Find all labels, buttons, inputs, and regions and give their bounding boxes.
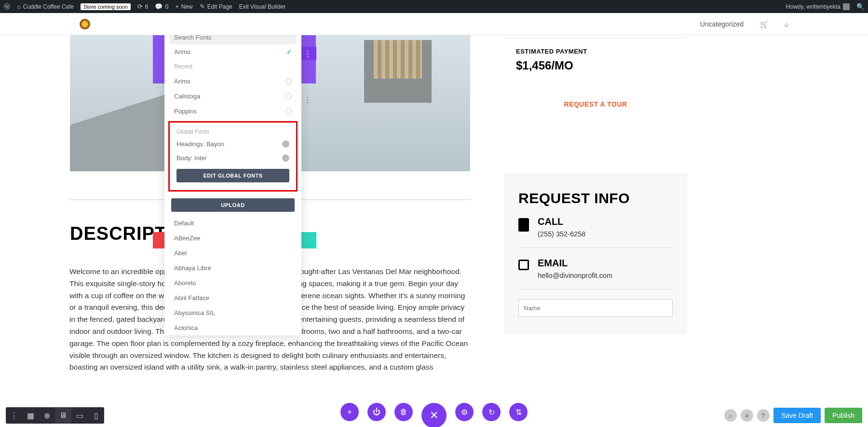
site-logo[interactable]	[80, 19, 90, 29]
mobile-view-button[interactable]: ▯	[88, 407, 104, 424]
font-item[interactable]: Abhaya Libre	[164, 261, 301, 275]
font-name: Calistoga	[174, 93, 200, 100]
font-item[interactable]: Abril Fatface	[164, 290, 301, 305]
site-name-link[interactable]: ⌂Cuddle Coffee Cafe	[17, 3, 74, 10]
call-value: (255) 352-6258	[538, 230, 585, 238]
font-name: ABeeZee	[174, 234, 200, 242]
font-item-selected[interactable]: Arimo ✓	[164, 44, 301, 59]
font-item[interactable]: Aboreto	[164, 275, 301, 290]
clock-icon	[285, 108, 292, 114]
new-link[interactable]: +New	[175, 3, 193, 10]
delete-button[interactable]: 🗑	[394, 403, 413, 421]
exit-vb-label: Exit Visual Builder	[239, 3, 286, 10]
updates-link[interactable]: ⟳6	[137, 3, 149, 10]
font-item[interactable]: Abyssinica SIL	[164, 305, 301, 320]
layers-button[interactable]: ≡	[741, 409, 753, 422]
request-info-box: REQUEST INFO CALL (255) 352-6258 EMAIL h…	[504, 173, 687, 334]
history-button[interactable]: ↻	[482, 403, 501, 421]
wireframe-view-button[interactable]: ▦	[22, 407, 39, 424]
clock-icon	[285, 78, 292, 84]
power-button[interactable]: ⏻	[367, 403, 386, 421]
globe-icon	[282, 140, 289, 148]
font-item-global-headings[interactable]: Headings: Bayon	[170, 137, 296, 151]
font-item[interactable]: Default	[164, 216, 301, 231]
plus-icon: +	[175, 3, 179, 10]
module-menu-button-2[interactable]: ⋮	[299, 93, 316, 107]
home-icon: ⌂	[17, 3, 21, 10]
wp-admin-bar: ⓦ ⌂Cuddle Coffee Cafe Store coming soon …	[0, 0, 868, 13]
sliders-button[interactable]: ⇅	[509, 403, 528, 421]
estimated-value: $1,456/MO	[516, 59, 675, 72]
request-tour-button[interactable]: REQUEST A TOUR	[516, 100, 675, 108]
font-name: Abril Fatface	[174, 294, 209, 302]
font-item[interactable]: ABeeZee	[164, 231, 301, 246]
add-button[interactable]: +	[340, 403, 359, 421]
recent-section-label: Recent	[164, 59, 301, 74]
global-fonts-highlight: Global Fonts Headings: Bayon Body: Inter…	[168, 121, 298, 192]
font-name: Arimo	[174, 78, 190, 85]
email-icon	[518, 260, 529, 270]
zoom-button[interactable]: ⊕	[39, 407, 55, 424]
font-search-input[interactable]	[169, 35, 297, 44]
center-actions: + ⏻ 🗑 ✕ ⚙ ↻ ⇅	[340, 403, 528, 427]
module-menu-button[interactable]: ⋮	[299, 47, 316, 60]
desktop-view-button[interactable]: 🖥	[55, 407, 71, 424]
clock-icon	[285, 93, 292, 99]
globe-icon	[282, 154, 289, 162]
howdy-text: Howdy, writtenbyekta	[786, 3, 841, 10]
font-dropdown-panel: Arimo ✓ Recent Arimo Calistoga Poppins G…	[164, 35, 301, 335]
updates-count: 6	[145, 3, 149, 10]
font-name: Abhaya Libre	[174, 264, 211, 272]
font-item[interactable]: Abel	[164, 246, 301, 261]
publish-button[interactable]: Publish	[825, 408, 862, 423]
contact-email-row: EMAIL hello@divinonprofit.com	[518, 248, 673, 289]
cart-icon[interactable]: 🛒	[760, 20, 768, 28]
site-header: Uncategorized 🛒 ⌕	[0, 13, 868, 35]
estimated-label: ESTIMATED PAYMENT	[516, 48, 675, 55]
comments-count: 0	[165, 3, 168, 10]
avatar	[843, 3, 850, 10]
call-label: CALL	[538, 216, 585, 227]
search-icon: 🔍	[856, 3, 864, 10]
font-name: Aclonica	[174, 324, 198, 331]
font-name: Poppins	[174, 108, 197, 115]
right-actions: ⌕ ≡ ? Save Draft Publish	[724, 408, 862, 423]
request-info-title: REQUEST INFO	[518, 190, 673, 207]
edit-global-fonts-button[interactable]: EDIT GLOBAL FONTS	[176, 169, 289, 182]
wp-logo-link[interactable]: ⓦ	[4, 2, 10, 11]
howdy-link[interactable]: Howdy, writtenbyekta	[786, 3, 850, 10]
estimated-payment-box: ESTIMATED PAYMENT $1,456/MO REQUEST A TO…	[504, 38, 687, 118]
font-name: Default	[174, 220, 194, 227]
tablet-view-button[interactable]: ▭	[71, 407, 88, 424]
refresh-icon: ⟳	[137, 3, 143, 10]
find-button[interactable]: ⌕	[724, 409, 737, 422]
email-value: hello@divinonprofit.com	[538, 272, 612, 279]
font-item-recent[interactable]: Arimo	[164, 74, 301, 89]
font-item-recent[interactable]: Calistoga	[164, 89, 301, 104]
settings-button[interactable]: ⚙	[455, 403, 474, 421]
font-name: Abyssinica SIL	[174, 309, 215, 317]
upload-font-button[interactable]: UPLOAD	[171, 198, 295, 212]
save-draft-button[interactable]: Save Draft	[773, 408, 821, 423]
comments-link[interactable]: 💬0	[155, 3, 168, 10]
name-input[interactable]	[518, 299, 673, 317]
description-heading: DESCRIPT	[70, 223, 166, 244]
help-button[interactable]: ?	[757, 409, 770, 422]
exit-vb-link[interactable]: Exit Visual Builder	[239, 3, 286, 10]
nav-search-icon[interactable]: ⌕	[785, 20, 788, 28]
font-item-recent[interactable]: Poppins	[164, 104, 301, 119]
nav-uncategorized[interactable]: Uncategorized	[700, 20, 744, 28]
email-label: EMAIL	[538, 258, 612, 269]
font-item[interactable]: Aclonica	[164, 320, 301, 335]
menu-button[interactable]: ⋮	[6, 407, 22, 424]
view-controls: ⋮ ▦ ⊕ 🖥 ▭ ▯	[6, 407, 104, 424]
module-outline-green	[301, 232, 316, 248]
sidebar-column: ESTIMATED PAYMENT $1,456/MO REQUEST A TO…	[504, 35, 687, 334]
close-button[interactable]: ✕	[421, 403, 447, 427]
search-toggle[interactable]: 🔍	[856, 3, 864, 10]
store-status-badge: Store coming soon	[81, 3, 131, 10]
font-name: Aboreto	[174, 279, 196, 287]
font-name: Abel	[174, 249, 187, 257]
font-item-global-body[interactable]: Body: Inter	[170, 151, 296, 165]
edit-page-link[interactable]: ✎Edit Page	[200, 3, 232, 10]
